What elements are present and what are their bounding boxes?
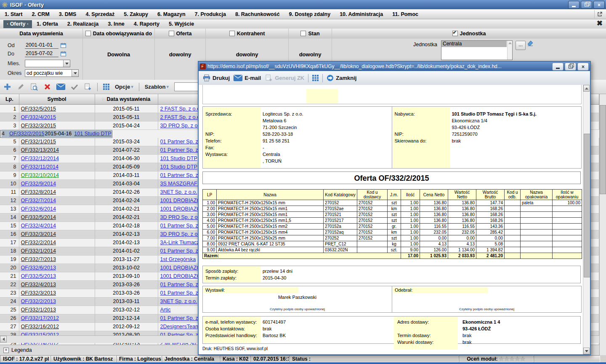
menu-item[interactable]: 4. Sprzedaż: [81, 11, 119, 17]
offer-contractor-link[interactable]: 101 Studio DTP: [160, 164, 197, 170]
column-header-lp[interactable]: Lp.: [0, 94, 19, 105]
jednostka-checkbox[interactable]: [452, 31, 458, 36]
offer-symbol-link[interactable]: OF/332/12/2014: [21, 156, 59, 161]
minimize-button[interactable]: [568, 1, 579, 9]
delete-icon[interactable]: [44, 83, 51, 90]
kontrahent-checkbox[interactable]: [229, 31, 235, 36]
offer-contractor-link[interactable]: 101 Studio DTP: [160, 156, 197, 161]
offer-row[interactable]: 4OF/332/2/20152015-04-16101 Studio DTP: [0, 130, 112, 138]
offer-symbol-link[interactable]: OF/332/10/2014: [21, 172, 59, 178]
offer-contractor-link[interactable]: 1001 DROBIAZG: [160, 265, 201, 271]
szablon-menu-button[interactable]: Szablon▾: [145, 84, 169, 90]
submenu-item[interactable]: 3. Inne: [103, 21, 129, 27]
offer-symbol-link[interactable]: OF/332/6/2014: [21, 206, 56, 212]
dialog-restore-button[interactable]: [565, 63, 576, 71]
offer-symbol-link[interactable]: OF/332/7/2013: [21, 256, 56, 262]
scroll-up-icon[interactable]: [583, 85, 590, 92]
submenu-item[interactable]: 2. Realizacja: [63, 21, 103, 27]
offer-symbol-link[interactable]: OF/332/4/2015: [21, 114, 56, 120]
column-header-symbol[interactable]: Symbol: [19, 94, 95, 105]
dialog-scrollbar[interactable]: [583, 85, 590, 354]
offer-contractor-link[interactable]: 3D PRO Sp. z o.: [160, 214, 199, 220]
submenu-item[interactable]: 1. Oferta: [32, 21, 63, 27]
grid-icon[interactable]: [312, 75, 319, 81]
oferta-checkbox[interactable]: [169, 31, 174, 36]
offer-contractor-link[interactable]: 01 Partner Sp. z: [160, 223, 198, 229]
offer-contractor-link[interactable]: 2 FAST Sp. z o.o: [160, 114, 200, 120]
offer-symbol-link[interactable]: OF/332/5/2015: [21, 106, 56, 112]
submenu-item[interactable]: 4. Raporty: [129, 21, 164, 27]
offer-contractor-link[interactable]: 01 Partner Sp. z: [160, 172, 198, 178]
offer-symbol-link[interactable]: OF/332/6/2013: [21, 265, 56, 271]
submenu-item[interactable]: 5. Wyjście: [164, 21, 199, 27]
tab-oferty-active[interactable]: Oferty: [3, 20, 32, 28]
print-button[interactable]: Drukuj: [203, 74, 230, 82]
offer-symbol-link[interactable]: OF/332/1/2015: [21, 139, 56, 145]
offer-contractor-link[interactable]: 01 Partner Sp. z: [160, 282, 198, 288]
jednostka-browse-button[interactable]: ...: [516, 41, 526, 50]
offer-contractor-link[interactable]: 3S MASZGRAF S: [160, 181, 202, 187]
restore-button[interactable]: [581, 1, 592, 9]
edit-icon[interactable]: [17, 83, 24, 91]
menu-item[interactable]: 6. Magazyn: [153, 11, 190, 17]
dialog-close-button[interactable]: ×: [577, 63, 589, 71]
offer-contractor-link[interactable]: 101 Studio DTP: [74, 131, 111, 137]
email-button[interactable]: E-mail: [234, 75, 261, 81]
expand-icon[interactable]: +: [3, 348, 9, 353]
scroll-down-icon[interactable]: [583, 348, 590, 354]
scroll-left-icon[interactable]: [0, 336, 7, 343]
offer-contractor-link[interactable]: 1001 DROBIAZG: [160, 198, 201, 203]
offer-contractor-link[interactable]: 3D PRO Sp. z o.o: [160, 123, 202, 129]
copy-document-icon[interactable]: [84, 83, 92, 91]
scrollbar-thumb[interactable]: [600, 105, 606, 194]
menu-item[interactable]: 1. Start: [0, 11, 27, 17]
offer-symbol-link[interactable]: OF/332/16/2012: [21, 324, 59, 330]
offer-symbol-link[interactable]: OF/332/2/2015: [9, 131, 44, 137]
offer-symbol-link[interactable]: OF/332/1/2013: [21, 307, 56, 313]
dialog-minimize-button[interactable]: [552, 63, 563, 71]
offer-symbol-link[interactable]: OF/332/3/2015: [21, 123, 56, 129]
offer-symbol-link[interactable]: OF/332/2/2013: [21, 298, 56, 304]
close-dialog-button[interactable]: Zamknij: [327, 74, 356, 82]
calendar-icon[interactable]: [61, 43, 66, 48]
date-to-input[interactable]: 2015-07-02: [25, 50, 58, 57]
menu-item[interactable]: 2. CRM: [27, 11, 54, 17]
offer-symbol-link[interactable]: OF/332/8/2014: [21, 189, 56, 195]
offer-contractor-link[interactable]: 3NET Sp. z o.o.: [160, 189, 197, 195]
offer-contractor-link[interactable]: 2DesignersTeam: [160, 324, 200, 330]
close-button[interactable]: ×: [593, 1, 605, 9]
menu-item[interactable]: 10. Administracja: [335, 11, 388, 17]
offer-contractor-link[interactable]: 2 FAST Sp. z o.o: [160, 106, 200, 112]
rating-stars[interactable]: ★★★★★: [499, 356, 526, 362]
offer-symbol-link[interactable]: OF/332/5/2014: [21, 214, 56, 220]
menu-item[interactable]: 3. DMS: [54, 11, 81, 17]
submenu-close-icon[interactable]: ✖: [597, 20, 603, 27]
offer-symbol-link[interactable]: OF/332/11/2014: [21, 164, 58, 170]
offer-contractor-link[interactable]: 01 Partner Sp. z: [160, 315, 198, 321]
menu-item[interactable]: 11. Pomoc: [388, 11, 423, 17]
offer-contractor-link[interactable]: 01 Partner Sp. z: [160, 139, 198, 145]
offer-contractor-link[interactable]: 1st Grzegórska: [160, 256, 196, 262]
preview-icon[interactable]: [30, 83, 38, 91]
confirm-icon[interactable]: [71, 84, 78, 90]
offer-symbol-link[interactable]: OF/332/3/2014: [21, 231, 56, 237]
menu-item[interactable]: 9. Dostęp zdalny: [284, 11, 335, 17]
offer-symbol-link[interactable]: OF/332/5/2013: [21, 273, 56, 279]
opcje-menu-button[interactable]: Opcje▾: [115, 84, 133, 90]
menu-item[interactable]: 5. Zakupy: [119, 11, 153, 17]
grid-icon[interactable]: [103, 84, 109, 90]
offer-contractor-link[interactable]: 01 Partner Sp. z: [160, 248, 198, 254]
menu-item[interactable]: 8. Rachunkowość: [231, 11, 284, 17]
month-select[interactable]: [25, 60, 70, 67]
offer-contractor-link[interactable]: 01 Partner Sp. z: [160, 147, 198, 153]
rate-module-segment[interactable]: Oceń moduł: ★★★★★: [459, 355, 534, 362]
offer-contractor-link[interactable]: 3D PRO Sp. z o.: [160, 231, 199, 237]
offer-contractor-link[interactable]: Artic: [160, 307, 171, 313]
offer-symbol-link[interactable]: OF/332/9/2014: [21, 181, 56, 187]
offer-symbol-link[interactable]: OF/332/13/2014: [21, 147, 59, 153]
offer-symbol-link[interactable]: OF/332/7/2014: [21, 198, 56, 203]
offer-symbol-link[interactable]: OF/332/3/2013: [21, 290, 56, 296]
eraser-icon[interactable]: [527, 40, 534, 47]
offer-symbol-link[interactable]: OF/332/1/2014: [21, 248, 56, 254]
offer-symbol-link[interactable]: OF/332/4/2013: [21, 282, 56, 288]
